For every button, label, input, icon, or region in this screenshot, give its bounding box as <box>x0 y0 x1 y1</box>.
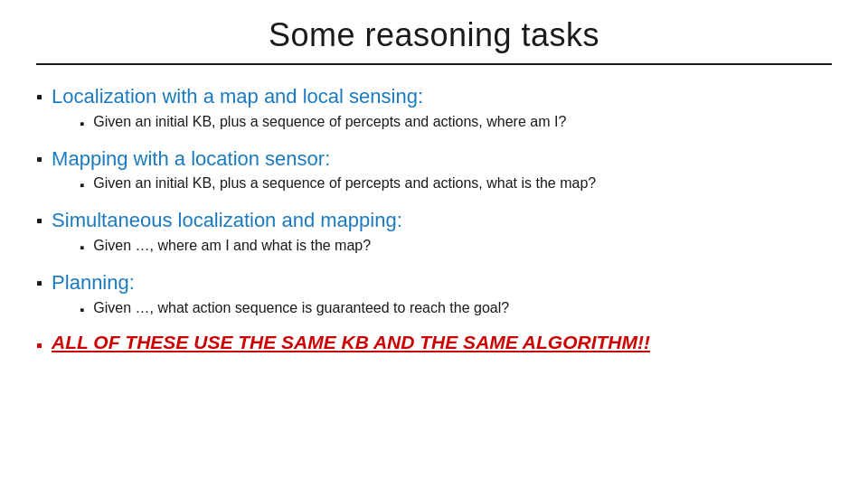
slide-content: ▪ Localization with a map and local sens… <box>36 80 832 470</box>
bullet-l2-marker-2: ▪ <box>80 175 84 194</box>
section-all: ▪ ALL OF THESE USE THE SAME KB AND THE S… <box>36 332 832 359</box>
bullet-l1-text-mapping: Mapping with a location sensor: <box>52 145 330 173</box>
bullet-l2-slam-1: ▪ Given …, where am I and what is the ma… <box>80 236 832 257</box>
bullet-marker-2: ▪ <box>36 147 42 171</box>
bullet-l1-mapping: ▪ Mapping with a location sensor: <box>36 145 832 173</box>
bullet-l2-text-mapping-1: Given an initial KB, plus a sequence of … <box>93 174 596 193</box>
bullet-l2-localization-1: ▪ Given an initial KB, plus a sequence o… <box>80 112 832 133</box>
section-mapping: ▪ Mapping with a location sensor: ▪ Give… <box>36 145 832 199</box>
bullet-l1-text-all: ALL OF THESE USE THE SAME KB AND THE SAM… <box>52 332 650 353</box>
bullet-l2-marker-1: ▪ <box>80 114 84 133</box>
bullet-l2-text-slam-1: Given …, where am I and what is the map? <box>93 236 371 256</box>
bullet-l2-text-localization-1: Given an initial KB, plus a sequence of … <box>93 112 566 132</box>
slide: Some reasoning tasks ▪ Localization with… <box>0 0 868 488</box>
bullet-marker-4: ▪ <box>36 271 42 295</box>
bullet-l1-slam: ▪ Simultaneous localization and mapping: <box>36 207 832 234</box>
title-area: Some reasoning tasks <box>36 0 832 65</box>
bullet-l2-marker-3: ▪ <box>80 238 84 257</box>
bullet-marker-5: ▪ <box>36 333 42 357</box>
bullet-marker-1: ▪ <box>36 85 42 108</box>
bullet-l2-planning-1: ▪ Given …, what action sequence is guara… <box>80 298 832 319</box>
bullet-l1-localization: ▪ Localization with a map and local sens… <box>36 83 832 110</box>
slide-title: Some reasoning tasks <box>36 16 832 54</box>
bullet-l1-text-planning: Planning: <box>52 269 135 296</box>
bullet-marker-3: ▪ <box>36 209 42 232</box>
bullet-l2-marker-4: ▪ <box>80 300 84 319</box>
section-planning: ▪ Planning: ▪ Given …, what action seque… <box>36 269 832 323</box>
bullet-l2-mapping-1: ▪ Given an initial KB, plus a sequence o… <box>80 174 832 194</box>
bullet-l2-text-planning-1: Given …, what action sequence is guarant… <box>93 298 509 318</box>
section-localization: ▪ Localization with a map and local sens… <box>36 83 832 136</box>
bullet-l1-text-localization: Localization with a map and local sensin… <box>52 83 423 110</box>
bullet-l1-planning: ▪ Planning: <box>36 269 832 296</box>
bullet-l1-all: ▪ ALL OF THESE USE THE SAME KB AND THE S… <box>36 332 832 357</box>
section-slam: ▪ Simultaneous localization and mapping:… <box>36 207 832 260</box>
bullet-l1-text-slam: Simultaneous localization and mapping: <box>52 207 402 234</box>
